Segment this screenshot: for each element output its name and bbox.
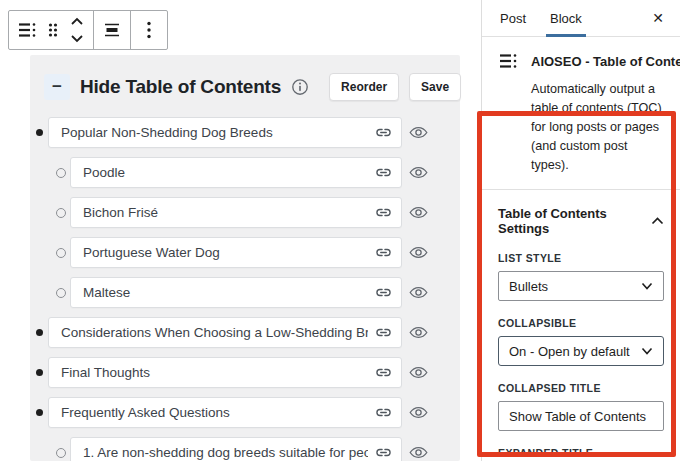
eye-icon[interactable] [402, 442, 434, 461]
toc-item-box[interactable]: Bichon Frisé [70, 197, 402, 228]
toc-item-label: Popular Non-Shedding Dog Breeds [61, 125, 368, 140]
settings-sidebar: Post Block ✕ AIOSEO - Table of Contents … [481, 0, 680, 461]
list-bullet-icon [54, 208, 68, 218]
close-icon[interactable]: ✕ [642, 6, 674, 30]
toc-item-box[interactable]: Frequently Asked Questions [48, 397, 402, 428]
eye-icon[interactable] [402, 162, 434, 183]
link-icon[interactable] [374, 323, 393, 342]
toc-item-label: Poodle [83, 165, 368, 180]
collapsible-value: On - Open by default [509, 344, 630, 359]
move-down-icon[interactable] [66, 30, 88, 47]
link-icon[interactable] [374, 243, 393, 262]
toc-list-item: Considerations When Choosing a Low-Shedd… [32, 317, 434, 348]
toc-list-item: Bichon Frisé [32, 197, 434, 228]
toc-block-icon [498, 51, 518, 71]
toc-block-header: − Hide Table of Contents Reorder Save [30, 65, 460, 115]
eye-icon[interactable] [402, 282, 434, 303]
toc-item-box[interactable]: Final Thoughts [48, 357, 402, 388]
toolbar-group-main [9, 11, 94, 49]
list-bullet-icon [54, 448, 68, 458]
toc-item-box[interactable]: Portuguese Water Dog [70, 237, 402, 268]
eye-icon[interactable] [402, 322, 434, 343]
toc-item-label: Portuguese Water Dog [83, 245, 368, 260]
list-bullet-icon [32, 129, 46, 136]
toolbar-group-align [94, 11, 131, 49]
toc-list-item: Frequently Asked Questions [32, 397, 434, 428]
chevron-up-icon [651, 217, 664, 225]
link-icon[interactable] [374, 123, 393, 142]
eye-icon[interactable] [402, 362, 434, 383]
list-bullet-icon [54, 288, 68, 298]
collapsible-label: COLLAPSIBLE [498, 317, 664, 329]
save-button[interactable]: Save [409, 73, 461, 101]
expanded-title-label: EXPANDED TITLE [498, 447, 664, 459]
toc-item-box[interactable]: Maltese [70, 277, 402, 308]
toc-list-item: Final Thoughts [32, 357, 434, 388]
toc-list: Popular Non-Shedding Dog Breeds Poodl [30, 115, 460, 461]
toc-item-label: Maltese [83, 285, 368, 300]
drag-handle-icon[interactable] [40, 13, 66, 47]
toc-settings-panel: Table of Contents Settings LIST STYLE Bu… [482, 190, 680, 461]
panel-title: Table of Contents Settings [498, 206, 651, 236]
chevron-down-icon [641, 282, 653, 290]
toc-item-label: Considerations When Choosing a Low-Shedd… [61, 325, 368, 340]
info-icon[interactable] [291, 78, 309, 96]
list-style-select[interactable]: Bullets [498, 271, 664, 301]
link-icon[interactable] [374, 203, 393, 222]
toc-item-box[interactable]: 1. Are non-shedding dog breeds suitable … [70, 437, 402, 461]
list-bullet-icon [32, 369, 46, 376]
list-bullet-icon [54, 168, 68, 178]
toc-item-box[interactable]: Popular Non-Shedding Dog Breeds [48, 117, 402, 148]
list-bullet-icon [32, 409, 46, 416]
collapsed-title-input[interactable] [498, 401, 664, 431]
eye-icon[interactable] [402, 402, 434, 423]
move-up-icon[interactable] [66, 13, 88, 30]
block-card-description: Automatically output a table of contents… [531, 80, 664, 174]
align-icon[interactable] [99, 13, 125, 47]
panel-header[interactable]: Table of Contents Settings [498, 206, 664, 236]
block-card: AIOSEO - Table of Contents Automatically… [482, 37, 680, 190]
toc-item-label: Final Thoughts [61, 365, 368, 380]
link-icon[interactable] [374, 283, 393, 302]
toc-item-label: Bichon Frisé [83, 205, 368, 220]
list-bullet-icon [54, 248, 68, 258]
toc-item-label: Frequently Asked Questions [61, 405, 368, 420]
toc-item-box[interactable]: Considerations When Choosing a Low-Shedd… [48, 317, 402, 348]
sidebar-tabbar: Post Block ✕ [482, 0, 680, 37]
toolbar-group-more [131, 11, 167, 49]
eye-icon[interactable] [402, 202, 434, 223]
list-style-label: LIST STYLE [498, 252, 664, 264]
list-bullet-icon [32, 329, 46, 336]
chevron-down-icon [641, 347, 653, 355]
tab-block[interactable]: Block [538, 0, 594, 36]
toc-list-item: Poodle [32, 157, 434, 188]
link-icon[interactable] [374, 403, 393, 422]
collapse-toggle-button[interactable]: − [44, 74, 70, 100]
collapsed-title-label: COLLAPSED TITLE [498, 382, 664, 394]
toc-list-item: Popular Non-Shedding Dog Breeds [32, 117, 434, 148]
link-icon[interactable] [374, 163, 393, 182]
eye-icon[interactable] [402, 242, 434, 263]
toc-block: − Hide Table of Contents Reorder Save Po… [30, 55, 460, 461]
toc-block-icon[interactable] [14, 13, 40, 47]
toc-list-item: Maltese [32, 277, 434, 308]
toc-list-item: Portuguese Water Dog [32, 237, 434, 268]
block-mover [66, 13, 88, 47]
link-icon[interactable] [374, 363, 393, 382]
block-card-title: AIOSEO - Table of Contents [531, 54, 680, 69]
link-icon[interactable] [374, 443, 393, 461]
tab-post[interactable]: Post [488, 0, 538, 36]
list-style-value: Bullets [509, 279, 548, 294]
collapsible-select[interactable]: On - Open by default [498, 336, 664, 366]
reorder-button[interactable]: Reorder [329, 73, 399, 101]
block-card-head: AIOSEO - Table of Contents [498, 51, 664, 71]
options-icon[interactable] [136, 13, 162, 47]
toc-item-label: 1. Are non-shedding dog breeds suitable … [83, 445, 368, 460]
toc-item-box[interactable]: Poodle [70, 157, 402, 188]
toc-list-item: 1. Are non-shedding dog breeds suitable … [32, 437, 434, 461]
eye-icon[interactable] [402, 122, 434, 143]
toc-title[interactable]: Hide Table of Contents [80, 76, 281, 98]
block-toolbar [8, 10, 168, 50]
